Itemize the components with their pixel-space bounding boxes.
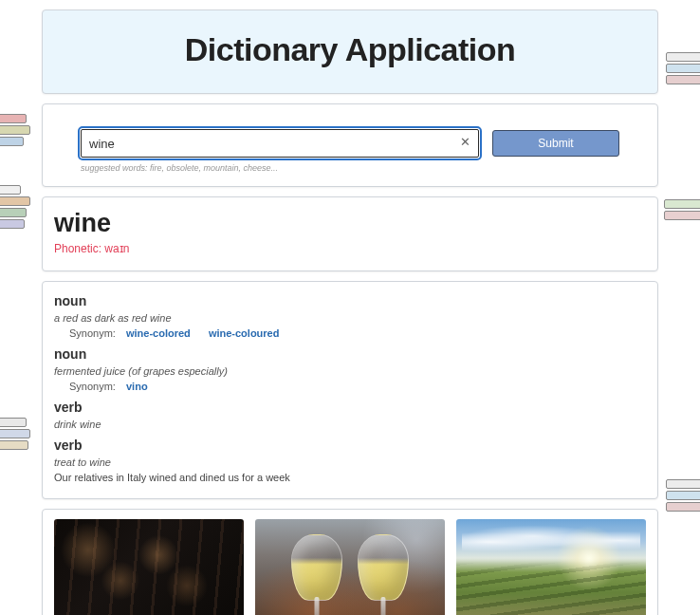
definition: drink wine xyxy=(54,419,646,430)
definition: a red as dark as red wine xyxy=(54,312,646,324)
search-card: ✕ Submit suggested words: fire, obsolete… xyxy=(42,103,658,187)
definitions-card: noun a red as dark as red wine Synonym: … xyxy=(42,281,658,499)
synonym-row: Synonym: vino xyxy=(54,381,646,392)
search-input-wrap: ✕ xyxy=(81,129,479,158)
app-title: Dictionary Application xyxy=(52,31,648,68)
headword: wine xyxy=(54,209,646,238)
definition: fermented juice (of grapes especially) xyxy=(54,365,646,377)
example: Our relatives in Italy wined and dined u… xyxy=(54,472,646,483)
synonym-link[interactable]: wine-coloured xyxy=(209,327,280,339)
result-image[interactable] xyxy=(456,519,646,615)
synonym-link[interactable]: vino xyxy=(126,381,148,392)
headword-card: wine Phonetic: waɪn xyxy=(42,196,658,271)
phonetic: Phonetic: waɪn xyxy=(54,242,646,255)
suggested-words: suggested words: fire, obsolete, mountai… xyxy=(81,163,619,173)
pos: verb xyxy=(54,400,646,415)
clear-icon[interactable]: ✕ xyxy=(457,136,472,151)
synonym-label: Synonym: xyxy=(69,381,116,392)
synonym-link[interactable]: wine-colored xyxy=(126,327,191,339)
submit-button[interactable]: Submit xyxy=(492,130,619,157)
synonym-row: Synonym: wine-colored wine-coloured xyxy=(54,327,646,339)
definition: treat to wine xyxy=(54,457,646,468)
search-input[interactable] xyxy=(81,129,479,158)
pos: noun xyxy=(54,293,646,308)
result-image[interactable] xyxy=(255,519,445,615)
images-card xyxy=(42,509,658,615)
synonym-label: Synonym: xyxy=(69,327,116,339)
result-image[interactable] xyxy=(54,519,244,615)
pos: noun xyxy=(54,346,646,362)
pos: verb xyxy=(54,438,646,453)
title-card: Dictionary Application xyxy=(42,9,658,94)
